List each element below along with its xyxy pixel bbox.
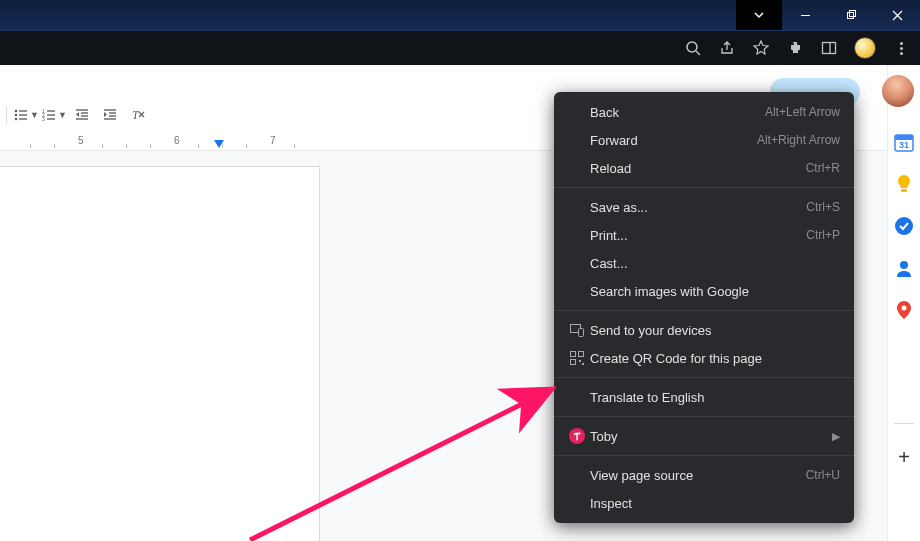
svg-rect-59 [582,363,584,365]
svg-rect-57 [571,360,576,365]
share-icon[interactable] [718,39,736,57]
bookmark-star-icon[interactable] [752,39,770,57]
window-dropdown-button[interactable] [736,0,782,30]
ctx-forward[interactable]: ForwardAlt+Right Arrow [554,126,854,154]
svg-text:T: T [132,108,140,122]
qr-icon [564,351,590,365]
svg-point-7 [15,110,18,113]
svg-text:3: 3 [42,116,45,122]
menu-separator [554,455,854,456]
ctx-toby[interactable]: ƬToby▶ [554,422,854,450]
clear-formatting-button[interactable]: T [125,102,151,128]
svg-rect-58 [579,360,581,362]
svg-rect-56 [579,352,584,357]
ctx-qr-code[interactable]: Create QR Code for this page [554,344,854,372]
menu-separator [554,416,854,417]
numbered-list-button[interactable]: 123 ▼ [41,102,67,128]
svg-rect-5 [823,43,836,54]
ctx-print[interactable]: Print...Ctrl+P [554,221,854,249]
browser-toolbar [0,30,920,65]
svg-point-51 [900,261,908,269]
ruler-mark: 7 [270,135,276,146]
profile-avatar-icon[interactable] [854,37,876,59]
keep-app-icon[interactable] [894,174,914,194]
decrease-indent-button[interactable] [69,102,95,128]
side-panel: 31 + [887,65,920,541]
menu-separator [554,377,854,378]
menu-separator [554,187,854,188]
ctx-view-source[interactable]: View page sourceCtrl+U [554,461,854,489]
ruler-mark: 5 [78,135,84,146]
window-close-button[interactable] [874,0,920,30]
increase-indent-button[interactable] [97,102,123,128]
search-icon[interactable] [684,39,702,57]
ctx-search-images[interactable]: Search images with Google [554,277,854,305]
window-titlebar [0,0,920,30]
ruler-mark: 6 [174,135,180,146]
window-minimize-button[interactable] [782,0,828,30]
svg-point-9 [15,118,18,121]
add-app-button[interactable]: + [898,446,910,469]
devices-icon [564,324,590,337]
toolbar-separator [6,106,7,124]
svg-point-8 [15,114,18,117]
caret-icon: ▼ [30,110,39,120]
svg-rect-1 [847,12,853,18]
kebab-menu-icon[interactable] [892,39,910,57]
menu-separator [554,310,854,311]
ctx-inspect[interactable]: Inspect [554,489,854,517]
extensions-icon[interactable] [786,39,804,57]
svg-rect-54 [578,328,583,336]
window-maximize-button[interactable] [828,0,874,30]
toby-icon: Ƭ [564,428,590,444]
svg-rect-2 [849,10,855,16]
document-page[interactable] [0,166,320,541]
context-menu: BackAlt+Left Arrow ForwardAlt+Right Arro… [554,92,854,523]
bulleted-list-button[interactable]: ▼ [13,102,39,128]
side-panel-icon[interactable] [820,39,838,57]
ctx-back[interactable]: BackAlt+Left Arrow [554,98,854,126]
tasks-app-icon[interactable] [894,216,914,236]
ctx-cast[interactable]: Cast... [554,249,854,277]
svg-point-52 [902,306,907,311]
svg-text:31: 31 [899,140,909,150]
svg-rect-55 [571,352,576,357]
svg-line-4 [696,51,700,55]
ctx-send-devices[interactable]: Send to your devices [554,316,854,344]
ctx-reload[interactable]: ReloadCtrl+R [554,154,854,182]
contacts-app-icon[interactable] [894,258,914,278]
submenu-arrow-icon: ▶ [832,430,840,443]
svg-point-50 [895,217,913,235]
svg-rect-49 [901,189,907,192]
indent-marker[interactable] [214,140,224,148]
caret-icon: ▼ [58,110,67,120]
maps-app-icon[interactable] [894,300,914,320]
calendar-app-icon[interactable]: 31 [894,132,914,152]
ctx-save-as[interactable]: Save as...Ctrl+S [554,193,854,221]
svg-point-3 [687,42,697,52]
account-avatar[interactable] [882,75,914,107]
ctx-translate[interactable]: Translate to English [554,383,854,411]
